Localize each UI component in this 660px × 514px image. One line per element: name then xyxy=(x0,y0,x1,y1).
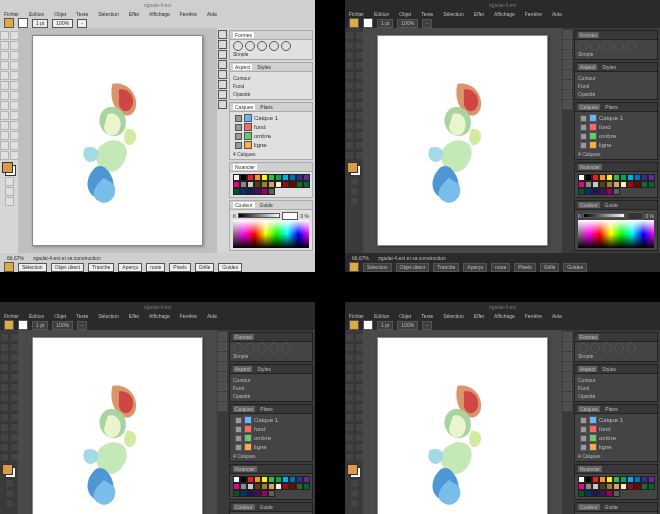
control-style[interactable]: - xyxy=(77,321,87,330)
swatch[interactable] xyxy=(254,174,261,181)
brush-preset[interactable] xyxy=(626,343,636,353)
bottom-option[interactable]: Sélection xyxy=(18,263,47,272)
brush-tool[interactable] xyxy=(0,373,9,382)
swatch[interactable] xyxy=(585,174,592,181)
swatch[interactable] xyxy=(592,174,599,181)
menu-item[interactable]: Edition xyxy=(374,11,389,17)
control-stroke_weight[interactable]: 1 pt xyxy=(377,19,393,28)
mode-button[interactable] xyxy=(350,489,359,498)
swatch[interactable] xyxy=(641,483,648,490)
layer-row[interactable]: ombre xyxy=(233,132,309,140)
eyedropper-tool[interactable] xyxy=(0,131,9,140)
artboard[interactable] xyxy=(32,337,202,514)
swatch[interactable] xyxy=(592,476,599,483)
swatch[interactable] xyxy=(233,490,240,497)
swatch[interactable] xyxy=(606,483,613,490)
bottom-option[interactable]: Tranche xyxy=(433,263,459,272)
visibility-toggle[interactable] xyxy=(235,444,242,451)
swatch[interactable] xyxy=(268,483,275,490)
visibility-toggle[interactable] xyxy=(235,124,242,131)
swatch[interactable] xyxy=(282,174,289,181)
layer-name[interactable]: Calque 1 xyxy=(254,417,278,423)
line-tool[interactable] xyxy=(345,61,354,70)
dock-icon[interactable] xyxy=(218,372,227,381)
menu-item[interactable]: Effet xyxy=(474,313,484,319)
swatch[interactable] xyxy=(599,490,606,497)
dock-icon[interactable] xyxy=(218,352,227,361)
visibility-toggle[interactable] xyxy=(580,426,587,433)
swatch[interactable] xyxy=(247,188,254,195)
pen-tool[interactable] xyxy=(345,51,354,60)
blob-tool[interactable] xyxy=(345,383,354,392)
brush-preset[interactable] xyxy=(257,41,267,51)
swatch[interactable] xyxy=(648,181,655,188)
mesh-tool[interactable] xyxy=(345,423,354,432)
menu-item[interactable]: Edition xyxy=(29,11,44,17)
brushes-tab[interactable]: Formes xyxy=(233,334,254,340)
swatch[interactable] xyxy=(268,476,275,483)
visibility-toggle[interactable] xyxy=(235,426,242,433)
swatch[interactable] xyxy=(592,490,599,497)
appearance-tab[interactable]: Styles xyxy=(600,366,618,372)
brush-preset[interactable] xyxy=(245,343,255,353)
control-stroke_weight[interactable]: 1 pt xyxy=(377,321,393,330)
menu-item[interactable]: Sélection xyxy=(443,313,464,319)
swatch[interactable] xyxy=(606,188,613,195)
brush-preset[interactable] xyxy=(590,41,600,51)
swatch[interactable] xyxy=(254,188,261,195)
symbol-spray-tool[interactable] xyxy=(0,111,9,120)
brush-row[interactable] xyxy=(578,344,654,351)
fill-stroke-control[interactable] xyxy=(2,464,16,478)
menu-item[interactable]: Affichage xyxy=(149,11,170,17)
artwork-dragon[interactable] xyxy=(415,363,509,514)
swatch[interactable] xyxy=(606,490,613,497)
swatch[interactable] xyxy=(261,174,268,181)
fill-stroke-control[interactable] xyxy=(2,162,16,176)
menu-item[interactable]: Sélection xyxy=(443,11,464,17)
swatch[interactable] xyxy=(634,174,641,181)
brushes-tab[interactable]: Formes xyxy=(578,32,599,38)
brush-preset[interactable] xyxy=(614,41,624,51)
color-tab[interactable]: Couleur xyxy=(578,202,600,208)
stroke-well[interactable] xyxy=(18,320,28,330)
brush-row[interactable] xyxy=(578,42,654,49)
layer-row[interactable]: ligne xyxy=(233,443,309,451)
visibility-toggle[interactable] xyxy=(580,417,587,424)
menu-item[interactable]: Aide xyxy=(207,313,217,319)
artboard-tool[interactable] xyxy=(345,141,354,150)
color-tab[interactable]: Couleur xyxy=(578,504,600,510)
rotate-tool[interactable] xyxy=(0,393,9,402)
dock-icon[interactable] xyxy=(218,90,227,99)
control-opacity[interactable]: 100% xyxy=(52,321,73,330)
swatch[interactable] xyxy=(592,181,599,188)
dock-icon[interactable] xyxy=(563,90,572,99)
swatch[interactable] xyxy=(641,476,648,483)
magic-wand-tool[interactable] xyxy=(0,41,9,50)
fill-well[interactable] xyxy=(4,320,14,330)
swatches-tab[interactable]: Nuancier xyxy=(578,466,602,472)
appearance-item[interactable]: Contour xyxy=(578,74,654,81)
fill-well[interactable] xyxy=(349,18,359,28)
appearance-tab[interactable]: Aspect xyxy=(233,366,252,372)
control-style[interactable]: - xyxy=(422,321,432,330)
bottom-option[interactable]: Pixels xyxy=(169,263,190,272)
layer-row[interactable]: fond xyxy=(578,425,654,433)
menu-item[interactable]: Fichier xyxy=(349,11,364,17)
swatches-tab[interactable]: Nuancier xyxy=(233,466,257,472)
dock-icon[interactable] xyxy=(218,392,227,401)
swatch[interactable] xyxy=(585,490,592,497)
bottom-option[interactable]: Objet direct xyxy=(51,263,85,272)
swatch[interactable] xyxy=(599,483,606,490)
menu-item[interactable]: Objet xyxy=(399,313,411,319)
brush-preset[interactable] xyxy=(269,343,279,353)
swatch[interactable] xyxy=(254,483,261,490)
menu-item[interactable]: Fenêtre xyxy=(525,313,542,319)
bottom-fill[interactable] xyxy=(4,262,14,272)
appearance-item[interactable]: Fond xyxy=(233,82,309,89)
color-tab[interactable]: Guide xyxy=(603,504,620,510)
layer-row[interactable]: ligne xyxy=(233,141,309,149)
dock-icon[interactable] xyxy=(218,70,227,79)
swatch[interactable] xyxy=(613,483,620,490)
layer-name[interactable]: Calque 1 xyxy=(599,115,623,121)
bottom-option[interactable]: none xyxy=(146,263,165,272)
